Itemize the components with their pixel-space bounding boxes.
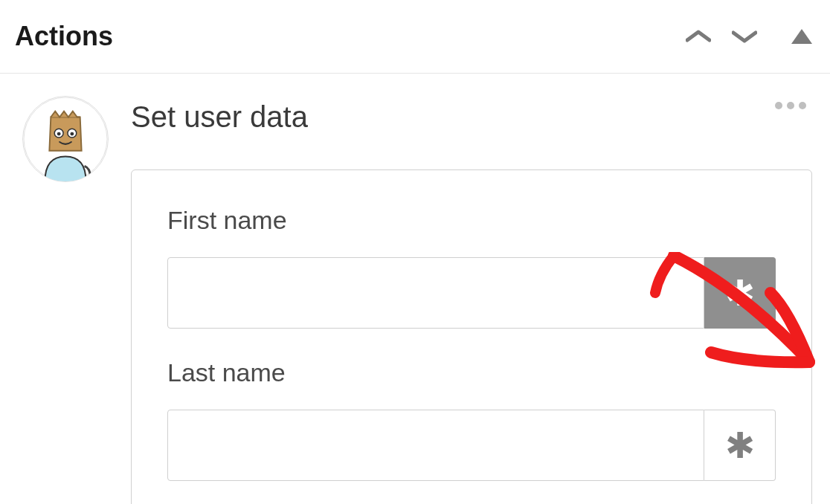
header-bar: Actions — [0, 0, 830, 74]
last-name-input[interactable] — [167, 410, 704, 481]
first-name-input[interactable] — [167, 257, 704, 329]
last-name-asterisk-button[interactable]: ✱ — [704, 410, 776, 481]
main-area: Set user data First name ✱ Last name ✱ — [131, 96, 812, 504]
avatar-image — [23, 96, 108, 182]
more-menu-button[interactable] — [769, 96, 812, 115]
svg-point-4 — [70, 132, 74, 136]
header-title: Actions — [15, 21, 113, 52]
collapse-triangle-icon[interactable] — [791, 29, 812, 44]
first-name-row: ✱ — [167, 257, 776, 329]
card-title: Set user data — [131, 100, 812, 134]
dot-icon — [799, 102, 806, 109]
svg-point-3 — [57, 132, 61, 136]
content-area: Set user data First name ✱ Last name ✱ — [0, 74, 830, 504]
chevron-up-icon[interactable] — [686, 29, 711, 44]
first-name-label: First name — [167, 206, 776, 235]
field-group-first-name: First name ✱ — [167, 206, 776, 329]
header-controls — [686, 29, 812, 44]
last-name-row: ✱ — [167, 410, 776, 481]
last-name-label: Last name — [167, 358, 776, 387]
field-group-last-name: Last name ✱ — [167, 358, 776, 481]
chevron-down-icon[interactable] — [732, 29, 757, 44]
dot-icon — [775, 102, 782, 109]
user-avatar — [22, 96, 109, 182]
first-name-asterisk-button[interactable]: ✱ — [704, 257, 776, 329]
form-card: First name ✱ Last name ✱ — [131, 169, 812, 504]
dot-icon — [787, 102, 794, 109]
